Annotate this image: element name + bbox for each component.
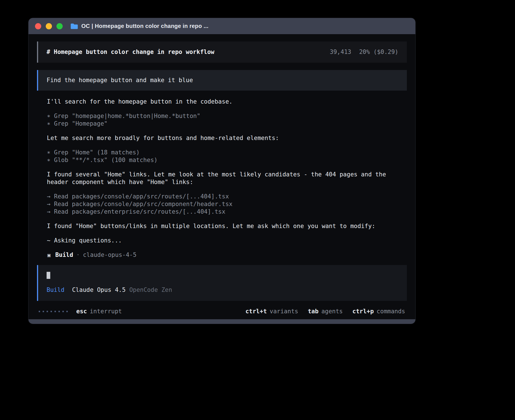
key-ctrl-p: ctrl+p bbox=[352, 308, 374, 315]
label-variants: variants bbox=[270, 308, 298, 315]
tool-call-grep: ∗Grep "Home" (18 matches) bbox=[47, 149, 397, 156]
status-bar: esc interrupt ctrl+t variants tab agents… bbox=[37, 303, 407, 319]
tool-call-label: Read packages/console/app/src/component/… bbox=[54, 200, 232, 208]
tool-call-read: →Read packages/enterprise/src/routes/[..… bbox=[47, 208, 397, 216]
folder-icon bbox=[70, 23, 78, 29]
token-count: 39,413 bbox=[330, 48, 351, 56]
agent-model: claude-opus-4-5 bbox=[83, 251, 137, 259]
shortcut-commands: ctrl+p commands bbox=[352, 308, 405, 315]
assistant-message: I'll search for the homepage button in t… bbox=[47, 98, 397, 106]
key-ctrl-t: ctrl+t bbox=[245, 308, 267, 315]
arrow-right-icon: → bbox=[47, 208, 54, 216]
agent-info-line: ▣ Build · claude-opus-4-5 bbox=[47, 251, 397, 259]
prompt-input[interactable]: Build Claude Opus 4.5 OpenCode Zen bbox=[37, 265, 407, 301]
tool-call-label: Read packages/console/app/src/routes/[..… bbox=[54, 193, 229, 200]
window-title: OC | Homepage button color change in rep… bbox=[81, 23, 208, 29]
shortcut-interrupt: esc interrupt bbox=[76, 308, 122, 315]
progress-spinner bbox=[39, 311, 68, 312]
session-title: # Homepage button color change in repo w… bbox=[47, 48, 214, 56]
tilde-icon: ~ bbox=[47, 237, 54, 244]
asking-questions-status: ~Asking questions... bbox=[47, 237, 397, 244]
tool-call-read: →Read packages/console/app/src/routes/[.… bbox=[47, 193, 397, 200]
key-esc: esc bbox=[76, 308, 87, 315]
session-header: # Homepage button color change in repo w… bbox=[37, 41, 407, 63]
provider-label: OpenCode Zen bbox=[129, 286, 172, 294]
minimize-button[interactable] bbox=[46, 23, 52, 29]
separator-dot: · bbox=[76, 251, 80, 259]
status-text: Asking questions... bbox=[54, 237, 122, 244]
user-message: Find the homepage button and make it blu… bbox=[37, 70, 407, 91]
assistant-message: I found "Home" buttons/links in multiple… bbox=[47, 222, 397, 230]
tool-call-group: →Read packages/console/app/src/routes/[.… bbox=[47, 193, 397, 216]
tool-bullet-icon: ∗ bbox=[47, 120, 54, 128]
assistant-message: Let me search more broadly for buttons a… bbox=[47, 134, 397, 142]
tool-call-label: Glob "**/*.tsx" (100 matches) bbox=[54, 156, 158, 164]
shortcut-agents: tab agents bbox=[308, 308, 343, 315]
session-meta: 39,413 20% ($0.29) bbox=[330, 48, 398, 56]
tool-call-read: →Read packages/console/app/src/component… bbox=[47, 200, 397, 208]
tool-call-group: ∗Grep "homepage|home.*button|Home.*butto… bbox=[47, 112, 397, 128]
text-cursor bbox=[47, 272, 50, 279]
label-commands: commands bbox=[377, 308, 405, 315]
label-agents: agents bbox=[321, 308, 343, 315]
tool-call-label: Grep "Home" (18 matches) bbox=[54, 149, 139, 156]
window-titlebar[interactable]: OC | Homepage button color change in rep… bbox=[29, 18, 415, 34]
tool-call-label: Grep "homepage|home.*button|Home.*button… bbox=[54, 112, 200, 120]
tool-call-label: Read packages/enterprise/src/routes/[...… bbox=[54, 208, 225, 216]
arrow-right-icon: → bbox=[47, 193, 54, 200]
shortcut-variants: ctrl+t variants bbox=[245, 308, 298, 315]
tool-bullet-icon: ∗ bbox=[47, 149, 54, 156]
assistant-message: I found several "Home" links. Let me loo… bbox=[47, 171, 397, 186]
agent-name: Build bbox=[55, 251, 73, 259]
tool-call-label: Grep "Homepage" bbox=[54, 120, 108, 128]
close-button[interactable] bbox=[35, 23, 41, 29]
agent-square-icon: ▣ bbox=[47, 251, 51, 259]
user-message-text: Find the homepage button and make it blu… bbox=[47, 77, 193, 84]
window-bottom-edge bbox=[29, 319, 415, 324]
arrow-right-icon: → bbox=[47, 200, 54, 208]
terminal-content: # Homepage button color change in repo w… bbox=[29, 34, 415, 319]
label-interrupt: interrupt bbox=[90, 308, 122, 315]
tool-call-grep: ∗Grep "Homepage" bbox=[47, 120, 397, 128]
conversation-transcript: I'll search for the homepage button in t… bbox=[37, 91, 407, 259]
tool-call-group: ∗Grep "Home" (18 matches) ∗Glob "**/*.ts… bbox=[47, 149, 397, 164]
tool-call-glob: ∗Glob "**/*.tsx" (100 matches) bbox=[47, 156, 397, 164]
model-label: Claude Opus 4.5 bbox=[72, 286, 126, 294]
terminal-window: OC | Homepage button color change in rep… bbox=[28, 18, 416, 324]
key-tab: tab bbox=[308, 308, 318, 315]
mode-label[interactable]: Build bbox=[47, 286, 64, 294]
status-left: esc interrupt bbox=[39, 308, 122, 315]
input-meta-row: Build Claude Opus 4.5 OpenCode Zen bbox=[47, 286, 398, 294]
tool-bullet-icon: ∗ bbox=[47, 112, 54, 120]
status-right: ctrl+t variants tab agents ctrl+p comman… bbox=[245, 308, 405, 315]
context-usage: 20% ($0.29) bbox=[359, 48, 398, 56]
tool-bullet-icon: ∗ bbox=[47, 156, 54, 164]
traffic-lights bbox=[35, 23, 63, 29]
maximize-button[interactable] bbox=[56, 23, 63, 29]
tool-call-grep: ∗Grep "homepage|home.*button|Home.*butto… bbox=[47, 112, 397, 120]
